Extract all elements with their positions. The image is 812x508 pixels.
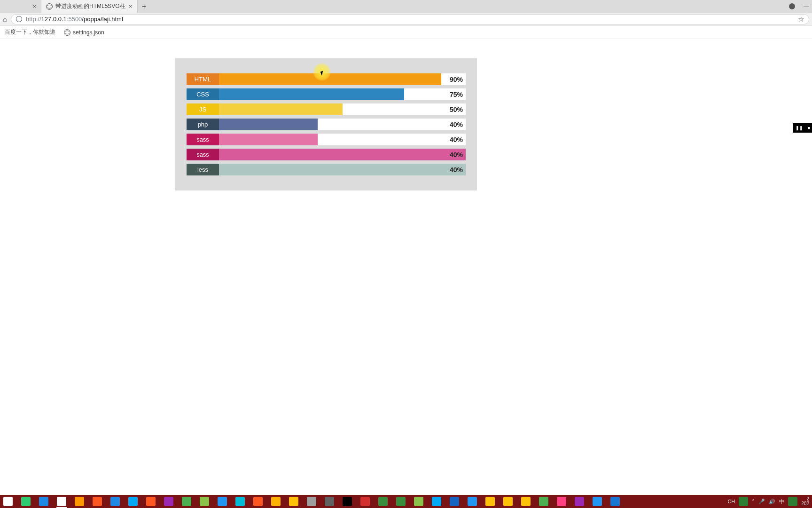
taskbar-app-icon[interactable]: [73, 496, 86, 507]
browser-tab-strip: × 带进度动画的HTML5SVG柱形统 × + —: [0, 0, 812, 13]
bookmark-item[interactable]: settings.json: [64, 29, 104, 36]
taskbar-app-icon[interactable]: [466, 496, 478, 507]
bar-row: CSS75%: [187, 88, 466, 100]
taskbar-app-icon[interactable]: [163, 496, 175, 507]
taskbar-app-icon[interactable]: [591, 496, 603, 507]
site-info-icon[interactable]: i: [16, 16, 22, 22]
bar-value: 90%: [450, 73, 463, 85]
close-icon[interactable]: ×: [129, 3, 133, 9]
volume-icon[interactable]: 🔊: [769, 499, 775, 505]
stop-icon[interactable]: ■: [808, 126, 810, 130]
taskbar-app-icon[interactable]: [252, 496, 264, 507]
bar-value: 40%: [450, 119, 463, 130]
tab-title: 带进度动画的HTML5SVG柱形统: [55, 2, 126, 10]
omnibox[interactable]: i http://127.0.0.1:5500/poppa/laji.html …: [11, 14, 809, 24]
taskbar-app-icon[interactable]: [484, 496, 496, 507]
taskbar-app-icon[interactable]: [359, 496, 371, 507]
bar-row: less40%: [187, 164, 466, 175]
taskbar-app-icon[interactable]: [430, 496, 443, 507]
bar-value: 75%: [450, 88, 463, 100]
bar-fill: [219, 134, 318, 145]
video-controls-overlay[interactable]: ❚❚ ■: [793, 123, 812, 133]
globe-icon: [64, 29, 70, 36]
taskbar-app-icon[interactable]: [91, 496, 103, 507]
chevron-up-icon[interactable]: ˄: [752, 499, 755, 505]
taskbar-app-icon[interactable]: [609, 496, 621, 507]
bar-row: sass40%: [187, 149, 466, 160]
taskbar-clock[interactable]: 2202: [801, 497, 809, 506]
tray-icon[interactable]: [739, 497, 748, 506]
taskbar-app-icon[interactable]: [448, 496, 461, 507]
bar-row: php40%: [187, 119, 466, 130]
taskbar-app-icon[interactable]: [270, 496, 282, 507]
taskbar-app-icon[interactable]: [377, 496, 389, 507]
taskbar-app-icon[interactable]: [538, 496, 550, 507]
close-icon[interactable]: ×: [32, 3, 36, 9]
taskbar-app-icon[interactable]: [20, 496, 32, 507]
bar-track-fill: [219, 164, 466, 175]
bar-row: HTML90%: [187, 73, 466, 85]
bar-value: 40%: [450, 164, 463, 175]
bookmark-star-icon[interactable]: ☆: [798, 15, 804, 24]
page-viewport: HTML90%CSS75%JS50%php40%sass40%sass40%le…: [0, 40, 812, 495]
ime-indicator[interactable]: CH: [727, 499, 735, 504]
bar-row: sass40%: [187, 134, 466, 145]
bookmark-item[interactable]: 百度一下，你就知道: [5, 28, 55, 36]
taskbar-app-icon[interactable]: [198, 496, 211, 507]
minimize-icon[interactable]: —: [804, 3, 809, 10]
taskbar-app-icon[interactable]: [2, 496, 14, 507]
taskbar-app-icon[interactable]: [323, 496, 336, 507]
tray-text: 中: [779, 498, 784, 505]
bar-fill: [219, 119, 318, 130]
taskbar-app-icon[interactable]: [38, 496, 50, 507]
browser-tab-active[interactable]: 带进度动画的HTML5SVG柱形统 ×: [41, 0, 138, 13]
taskbar-app-icon[interactable]: [502, 496, 514, 507]
bookmarks-bar: 百度一下，你就知道 settings.json: [0, 26, 812, 39]
system-tray[interactable]: CH ˄ 🎤 🔊 中 2202: [727, 497, 810, 506]
bar-value: 50%: [450, 103, 463, 115]
taskbar-app-icon[interactable]: [555, 496, 568, 507]
taskbar-app-icon[interactable]: [127, 496, 139, 507]
bar-fill: [219, 73, 441, 85]
taskbar-app-icon[interactable]: [573, 496, 586, 507]
bar-fill: [219, 103, 343, 115]
browser-tab[interactable]: ×: [0, 0, 41, 13]
bar-value: 40%: [450, 134, 463, 145]
bookmark-label: 百度一下，你就知道: [5, 28, 55, 36]
bar-label: CSS: [187, 88, 219, 100]
microphone-icon[interactable]: 🎤: [758, 499, 765, 505]
bar-label: php: [187, 119, 219, 130]
taskbar-app-icon[interactable]: [234, 496, 246, 507]
chart-panel: HTML90%CSS75%JS50%php40%sass40%sass40%le…: [175, 58, 477, 190]
tray-icon[interactable]: [788, 497, 797, 506]
taskbar-app-icon[interactable]: [520, 496, 532, 507]
taskbar-app-icon[interactable]: [109, 496, 121, 507]
account-icon[interactable]: [789, 3, 795, 9]
taskbar-app-icon[interactable]: [305, 496, 318, 507]
home-icon[interactable]: ⌂: [3, 15, 7, 23]
taskbar-app-icon[interactable]: [145, 496, 157, 507]
globe-icon: [46, 3, 53, 10]
bar-label: HTML: [187, 73, 219, 85]
bar-label: sass: [187, 134, 219, 145]
taskbar-app-icon[interactable]: [288, 496, 300, 507]
bookmark-label: settings.json: [73, 29, 104, 36]
taskbar-app-icon[interactable]: [216, 496, 228, 507]
windows-taskbar: CH ˄ 🎤 🔊 中 2202: [0, 495, 812, 508]
bar-row: JS50%: [187, 103, 466, 115]
bar-fill: [219, 88, 404, 100]
bar-label: sass: [187, 149, 219, 160]
taskbar-app-icon[interactable]: [413, 496, 425, 507]
pause-icon[interactable]: ❚❚: [796, 126, 803, 130]
bar-track-fill: [219, 149, 466, 160]
bar-label: JS: [187, 103, 219, 115]
address-bar: ⌂ i http://127.0.0.1:5500/poppa/laji.htm…: [0, 13, 812, 26]
url-text: http://127.0.0.1:5500/poppa/laji.html: [26, 16, 123, 23]
taskbar-app-icon[interactable]: [341, 496, 353, 507]
taskbar-app-icon[interactable]: [180, 496, 193, 507]
taskbar-app-icon[interactable]: [55, 496, 68, 507]
bar-value: 40%: [450, 149, 463, 160]
new-tab-button[interactable]: +: [138, 0, 151, 13]
taskbar-app-icon[interactable]: [395, 496, 407, 507]
bar-label: less: [187, 164, 219, 175]
